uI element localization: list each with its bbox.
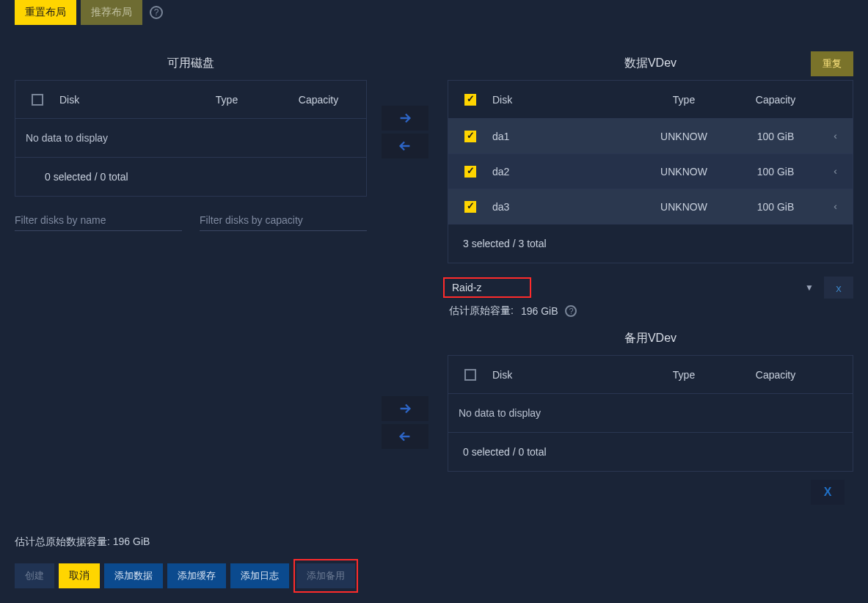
data-col-capacity-label: Capacity [728,94,823,106]
spare-no-data: No data to display [448,394,853,433]
data-col-type-label: Type [640,94,728,106]
chevron-right-icon[interactable]: ⌃ [823,200,853,213]
estimate-label: 估计原始容量: [449,304,514,318]
add-log-button[interactable]: 添加日志 [230,563,289,588]
spare-vdev-title: 备用VDev [448,322,853,355]
table-row[interactable]: da1 UNKNOW 100 GiB ⌃ [448,119,853,154]
reset-layout-button[interactable]: 重置布局 [15,0,76,25]
chevron-right-icon[interactable]: ⌃ [823,165,853,178]
help-icon[interactable]: ? [150,6,163,19]
select-all-spare-checkbox[interactable] [464,369,476,381]
spare-col-capacity-label: Capacity [728,369,823,381]
filter-capacity-input[interactable] [200,210,367,231]
remove-spare-vdev-button[interactable]: X [811,480,845,505]
row-checkbox[interactable] [464,131,476,142]
dropdown-caret-icon[interactable]: ▼ [805,282,817,293]
table-row[interactable]: da3 UNKNOW 100 GiB ⌃ [448,189,853,224]
available-no-data: No data to display [15,119,366,158]
move-right-spare-button[interactable] [382,396,428,421]
add-data-button[interactable]: 添加数据 [104,563,163,588]
estimate-value: 196 GiB [521,305,558,317]
data-vdev-footer: 3 selected / 3 total [448,224,853,263]
row-checkbox[interactable] [464,166,476,178]
raid-type-select[interactable]: Raid-z [443,277,531,298]
table-row[interactable]: da2 UNKNOW 100 GiB ⌃ [448,154,853,189]
total-estimate: 估计总原始数据容量: 196 GiB [15,536,358,549]
col-disk-label: Disk [59,94,183,106]
col-type-label: Type [183,94,271,106]
spare-vdev-footer: 0 selected / 0 total [448,433,853,471]
col-capacity-label: Capacity [271,94,366,106]
available-footer: 0 selected / 0 total [15,158,366,196]
move-left-spare-button[interactable] [382,424,428,449]
create-button[interactable]: 创建 [15,563,54,588]
data-vdev-table: Disk Type Capacity da1 UNKNOW 100 GiB ⌃ … [448,80,853,263]
remove-data-vdev-button[interactable]: x [824,277,853,299]
available-title: 可用磁盘 [15,47,367,80]
move-right-data-button[interactable] [382,106,428,131]
revert-button[interactable]: 重复 [811,51,853,76]
select-all-available-checkbox[interactable] [32,94,43,106]
cancel-button[interactable]: 取消 [59,563,100,588]
spare-col-disk-label: Disk [492,369,640,381]
chevron-right-icon[interactable]: ⌃ [823,130,853,143]
suggest-layout-button[interactable]: 推荐布局 [81,0,142,25]
spare-col-type-label: Type [640,369,728,381]
data-col-disk-label: Disk [492,94,640,106]
available-disk-table: Disk Type Capacity No data to display 0 … [15,80,367,197]
help-icon[interactable]: ? [565,305,577,317]
spare-vdev-table: Disk Type Capacity No data to display 0 … [448,355,853,472]
add-spare-button[interactable]: 添加备用 [296,563,355,588]
select-all-data-checkbox[interactable] [464,94,476,106]
data-vdev-title: 数据VDev [624,56,676,71]
filter-name-input[interactable] [15,210,182,231]
row-checkbox[interactable] [464,201,476,213]
move-left-data-button[interactable] [382,134,428,158]
add-cache-button[interactable]: 添加缓存 [167,563,226,588]
